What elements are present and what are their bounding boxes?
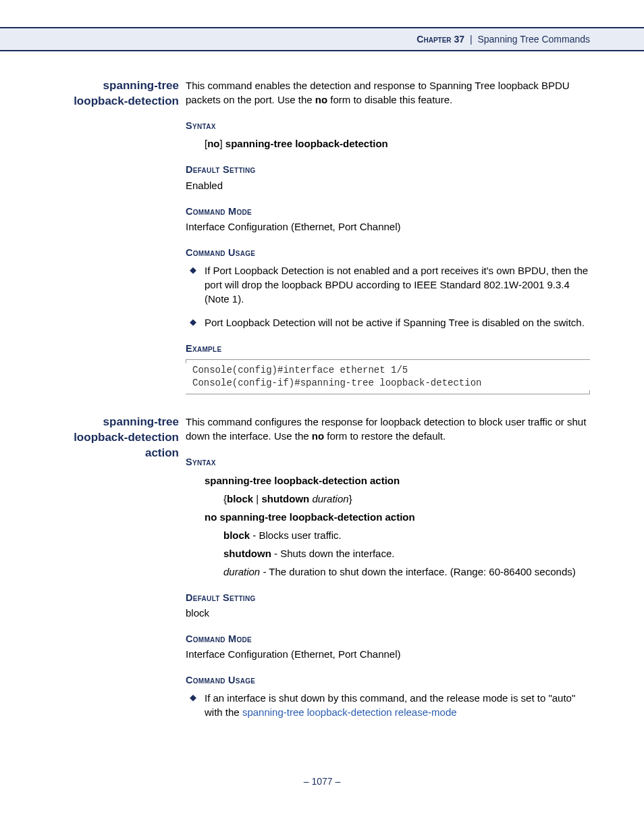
header-separator: | [470,34,473,45]
page-footer: – 1077 – [0,776,644,787]
command-entry: spanning-tree loopback-detection action … [54,415,590,729]
example-code: Console(config)#interface ethernet 1/5 C… [186,359,590,394]
chapter-label: Chapter 37 [417,34,464,45]
example-heading: Example [186,342,590,355]
usage-list: If Port Loopback Detection is not enable… [186,263,590,330]
usage-heading: Command Usage [186,673,590,687]
mode-value: Interface Configuration (Ethernet, Port … [186,219,590,234]
default-value: block [186,606,590,620]
mode-value: Interface Configuration (Ethernet, Port … [186,647,590,661]
command-description: This command enables the detection and r… [186,78,590,107]
command-name: spanning-tree loopback-detection action [54,415,186,461]
syntax-no-line: no spanning-tree loopback-detection acti… [205,510,590,524]
command-description: This command configures the response for… [186,415,590,443]
param-block: block - Blocks user traffic. [223,528,590,542]
param-shutdown: shutdown - Shuts down the interface. [223,546,590,561]
mode-heading: Command Mode [186,205,590,218]
command-entry: spanning-tree loopback-detection This co… [54,78,590,394]
chapter-title: Spanning Tree Commands [477,34,590,45]
command-body: This command configures the response for… [186,415,590,729]
syntax-heading: Syntax [186,455,590,469]
param-duration: duration - The duration to shut down the… [223,565,590,579]
usage-heading: Command Usage [186,246,590,259]
page-body: spanning-tree loopback-detection This co… [0,51,644,762]
default-heading: Default Setting [186,591,590,604]
mode-heading: Command Mode [186,632,590,646]
command-name: spanning-tree loopback-detection [54,78,186,109]
syntax-heading: Syntax [186,119,590,132]
cross-reference-link[interactable]: spanning-tree loopback-detection release… [242,706,457,718]
default-heading: Default Setting [186,163,590,176]
syntax-line-1: spanning-tree loopback-detection action [205,473,590,488]
syntax-text: [no] spanning-tree loopback-detection [205,136,590,151]
list-item: If Port Loopback Detection is not enable… [205,263,590,306]
list-item: If an interface is shut down by this com… [205,691,590,719]
list-item: Port Loopback Detection will not be acti… [205,315,590,330]
page-number: 1077 [311,776,332,787]
syntax-line-2: {block | shutdown duration} [223,492,590,506]
command-body: This command enables the detection and r… [186,78,590,394]
usage-list: If an interface is shut down by this com… [186,691,590,719]
default-value: Enabled [186,178,590,192]
page-header: Chapter 37 | Spanning Tree Commands [0,27,644,51]
